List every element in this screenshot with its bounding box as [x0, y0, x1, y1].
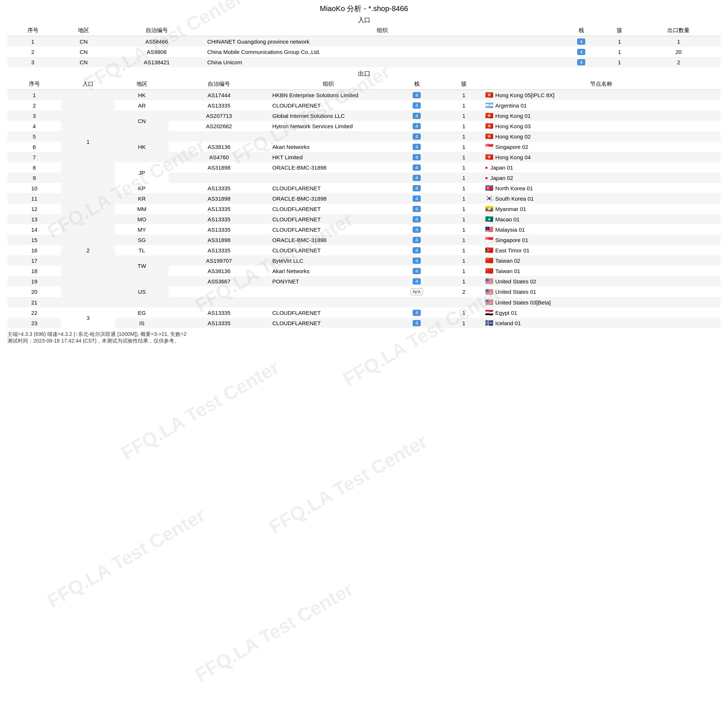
- exit-cell-asn: AS13335: [169, 245, 269, 255]
- exit-cell-org: [269, 286, 388, 297]
- exit-cell-cluster: 1: [446, 90, 482, 100]
- exit-cell-asn: AS13335: [169, 224, 269, 235]
- entry-col-region: 地区: [58, 25, 109, 36]
- entry-cell-exit-count: 1: [637, 36, 721, 47]
- exit-cell-stack: N/A: [388, 286, 446, 297]
- exit-table-row: 112KRAS31898ORACLE-BMC-3189841 🇰🇷South K…: [7, 193, 721, 204]
- exit-cell-asn: [169, 286, 269, 297]
- exit-cell-org: CLOUDFLARENET: [269, 308, 388, 318]
- exit-cell-cluster: 1: [446, 204, 482, 214]
- exit-cell-cluster: 1: [446, 276, 482, 286]
- exit-cell-node: 🇭🇰Hong Kong 01: [482, 110, 721, 121]
- exit-cell-stack: 4: [388, 318, 446, 328]
- exit-cell-asn: AS31898: [169, 162, 269, 173]
- exit-cell-node: 🇺🇸United States 03[Beta]: [482, 297, 721, 308]
- exit-cell-cluster: 1: [446, 100, 482, 110]
- exit-cell-node: 🇰🇵North Korea 01: [482, 183, 721, 193]
- entry-cell-exit-count: 20: [637, 46, 721, 57]
- exit-cell-asn: AS38136: [169, 142, 269, 152]
- exit-cell-region: EG: [115, 308, 169, 318]
- exit-cell-node: 🇰🇷South Korea 01: [482, 193, 721, 204]
- exit-cell-region: HK: [115, 90, 169, 100]
- exit-cell-org: ORACLE-BMC-31898: [269, 193, 388, 204]
- exit-cell-asn: AS53667: [169, 276, 269, 286]
- exit-cell-node: ●Japan 02: [482, 173, 721, 183]
- exit-cell-id: 18: [7, 266, 61, 276]
- exit-cell-stack: 4: [388, 276, 446, 286]
- exit-cell-asn: AS4760: [169, 152, 269, 162]
- exit-cell-asn: AS38136: [169, 266, 269, 276]
- entry-col-stack: 栈: [560, 25, 602, 36]
- exit-cell-cluster: 1: [446, 224, 482, 235]
- page-title: MiaoKo 分析 - *.shop-8466: [7, 4, 721, 14]
- exit-cell-region: HK: [115, 131, 169, 162]
- exit-cell-cluster: 1: [446, 110, 482, 121]
- entry-cell-asn: AS138421: [109, 57, 204, 67]
- exit-cell-node: 🇭🇰Hong Kong 03: [482, 121, 721, 131]
- exit-cell-asn: [169, 297, 269, 308]
- exit-cell-node: ●Japan 01: [482, 162, 721, 173]
- exit-cell-stack: 4: [388, 308, 446, 318]
- exit-cell-cluster: 1: [446, 245, 482, 255]
- exit-cell-cluster: 1: [446, 266, 482, 276]
- entry-cell-id: 2: [7, 46, 58, 57]
- exit-cell-stack: 4: [388, 110, 446, 121]
- exit-section-title: 出口: [7, 70, 721, 78]
- exit-cell-id: 17: [7, 255, 61, 266]
- entry-cell-id: 3: [7, 57, 58, 67]
- exit-cell-org: Global Internet Solutions LLC: [269, 110, 388, 121]
- exit-cell-cluster: 1: [446, 235, 482, 245]
- entry-cell-stack: 4: [560, 46, 602, 57]
- exit-cell-stack: 4: [388, 204, 446, 214]
- exit-cell-id: 4: [7, 121, 61, 131]
- exit-cell-region: KP: [115, 183, 169, 193]
- entry-table-row: 1 CN AS58466 CHINANET Guangdong province…: [7, 36, 721, 47]
- exit-table-row: 11HKAS17444HKBN Enterprise Solutions Lim…: [7, 90, 721, 100]
- exit-cell-node: 🇲🇲Myanmar 01: [482, 204, 721, 214]
- entry-cell-region: CN: [58, 57, 109, 67]
- exit-cell-stack: 4: [388, 131, 446, 142]
- exit-cell-stack: 4: [388, 152, 446, 162]
- exit-cell-stack: 4: [388, 90, 446, 100]
- exit-cell-cluster: 2: [446, 286, 482, 297]
- exit-cell-entry: 3: [61, 308, 115, 328]
- entry-cell-org: China Mobile Communications Group Co.,Lt…: [205, 46, 561, 57]
- exit-cell-id: 2: [7, 100, 61, 110]
- exit-cell-org: CLOUDFLARENET: [269, 214, 388, 224]
- exit-cell-asn: [169, 131, 269, 142]
- exit-cell-stack: 4: [388, 100, 446, 110]
- exit-cell-org: CLOUDFLARENET: [269, 204, 388, 214]
- exit-cell-asn: AS31898: [169, 193, 269, 204]
- exit-cell-org: ORACLE-BMC-31898: [269, 235, 388, 245]
- exit-cell-region: KR: [115, 193, 169, 204]
- entry-table-row: 2 CN AS9808 China Mobile Communications …: [7, 46, 721, 57]
- exit-cell-region: CN: [115, 110, 169, 131]
- entry-col-asn: 自治编号: [109, 25, 204, 36]
- entry-cell-stack: 4: [560, 57, 602, 67]
- exit-cell-cluster: 1: [446, 121, 482, 131]
- exit-col-id: 序号: [7, 79, 61, 90]
- exit-cell-id: 3: [7, 110, 61, 121]
- exit-cell-stack: 4: [388, 193, 446, 204]
- exit-cell-id: 16: [7, 245, 61, 255]
- entry-cell-region: CN: [58, 46, 109, 57]
- exit-cell-id: 11: [7, 193, 61, 204]
- exit-cell-stack: 4: [388, 121, 446, 131]
- entry-col-id: 序号: [7, 25, 58, 36]
- exit-cell-id: 7: [7, 152, 61, 162]
- exit-col-stack: 栈: [388, 79, 446, 90]
- exit-cell-id: 14: [7, 224, 61, 235]
- exit-col-org: 组织: [269, 79, 388, 90]
- exit-cell-node: 🇺🇸United States 01: [482, 286, 721, 297]
- exit-cell-node: 🇸🇬Singapore 01: [482, 235, 721, 245]
- exit-cell-region: MO: [115, 214, 169, 224]
- exit-cell-cluster: 1: [446, 152, 482, 162]
- exit-cell-region: MM: [115, 204, 169, 214]
- entry-cell-stack: 4: [560, 36, 602, 47]
- exit-cell-region: MY: [115, 224, 169, 235]
- exit-cell-org: CLOUDFLARENET: [269, 183, 388, 193]
- exit-cell-cluster: 1: [446, 173, 482, 183]
- entry-cell-cluster: 1: [602, 46, 637, 57]
- exit-cell-stack: 4: [388, 183, 446, 193]
- exit-cell-id: 13: [7, 214, 61, 224]
